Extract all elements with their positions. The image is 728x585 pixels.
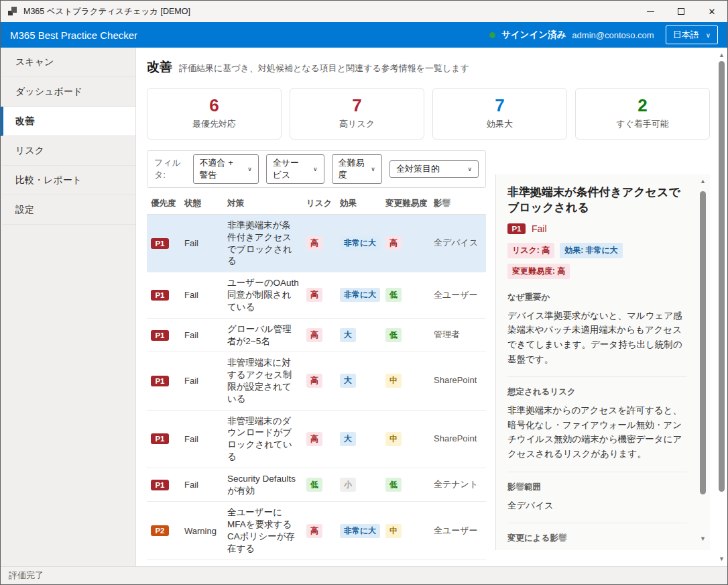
app-header: M365 Best Practice Checker サインイン済み admin…: [1, 22, 727, 48]
filter-select-service[interactable]: 全サービス ∨: [266, 154, 324, 184]
main-area: 改善 評価結果に基づき、対処候補となる項目と関連する参考情報を一覧します 6 最…: [136, 48, 727, 566]
maximize-button[interactable]: [666, 1, 696, 22]
risk-badge: 高: [306, 524, 322, 538]
risk-badge: 高: [306, 288, 322, 302]
scroll-up-icon[interactable]: ▲: [719, 50, 725, 60]
difficulty-badge: 低: [385, 478, 402, 492]
stat-label: 最優先対応: [147, 118, 281, 130]
column-header: 状態: [184, 198, 225, 209]
stat-card-high-impact: 7 効果大: [432, 88, 567, 140]
scrollbar-thumb[interactable]: [719, 61, 725, 492]
detail-section-heading: 影響範囲: [507, 482, 687, 493]
window-title: M365 ベストプラクティスチェッカ [DEMO]: [23, 6, 190, 17]
difficulty-badge: 中: [385, 374, 402, 388]
column-header: 効果: [340, 198, 383, 209]
page-subtitle: 評価結果に基づき、対処候補となる項目と関連する参考情報を一覧します: [179, 62, 469, 74]
summary-cards: 6 最優先対応 7 高リスク 7 効果大 2 すぐ着手可能: [147, 88, 710, 140]
sidebar: スキャンダッシュボード改善リスク比較・レポート設定: [1, 48, 136, 566]
difficulty-badge: 低: [385, 288, 402, 302]
risk-badge: 低: [306, 478, 322, 492]
difficulty-badge: 中: [385, 432, 402, 446]
column-header: 変更難易度: [385, 198, 431, 209]
sidebar-item-scan[interactable]: スキャン: [1, 48, 135, 77]
priority-badge: P1: [507, 223, 526, 234]
detail-section: 影響範囲 全デバイス: [507, 472, 687, 513]
action-cell: 管理者ロールにMFAを要求するCAポリシーが存在する: [227, 565, 304, 566]
app-window: M365 ベストプラクティスチェッカ [DEMO] ✕ M365 Best Pr…: [0, 0, 728, 585]
language-value: 日本語: [673, 29, 699, 41]
language-select[interactable]: 日本語 ∨: [666, 25, 718, 44]
detail-scrollbar[interactable]: ▲ ▼: [699, 176, 707, 543]
priority-badge: P1: [151, 330, 169, 341]
account-email: admin@contoso.com: [572, 30, 654, 40]
stat-value: 7: [290, 95, 424, 116]
main-scrollbar[interactable]: ▲ ▼: [717, 50, 727, 564]
scroll-down-icon[interactable]: ▼: [700, 534, 706, 543]
table-row[interactable]: P1 Fail Security Defaultsが有効 低 小 低 全テナント: [147, 468, 486, 502]
filter-select-value: 全サービス: [273, 157, 307, 181]
effect-badge: 非常に大: [340, 288, 380, 302]
titlebar: M365 ベストプラクティスチェッカ [DEMO] ✕: [1, 1, 727, 22]
detail-section-body: デバイス準拠要求がないと、マルウェア感染端末やパッチ未適用端末からもアクセスでき…: [507, 309, 687, 366]
filter-select-purpose[interactable]: 全対策目的 ∨: [389, 160, 479, 178]
filter-select-status[interactable]: 不適合 + 警告 ∨: [193, 154, 259, 184]
table-row[interactable]: P1 Fail 非準拠端末が条件付きアクセスでブロックされる 高 非常に大 高 …: [147, 215, 486, 272]
detail-section: 変更による影響 非準拠端末がアクセスブロックされる: [507, 523, 687, 550]
filter-select-difficulty[interactable]: 全難易度 ∨: [332, 154, 382, 184]
stat-value: 6: [147, 95, 281, 116]
detail-section-body: 全デバイス: [507, 498, 687, 513]
sidebar-item-risk[interactable]: リスク: [1, 136, 135, 166]
minimize-button[interactable]: [635, 1, 666, 22]
action-cell: 非管理端末に対するアクセス制限が設定されている: [227, 357, 304, 405]
stat-card-high-risk: 7 高リスク: [290, 88, 424, 140]
close-button[interactable]: ✕: [696, 1, 727, 22]
scroll-down-icon[interactable]: ▼: [719, 554, 725, 564]
table-row[interactable]: P1 Fail ユーザーのOAuth同意が制限されている 高 非常に大 低 全ユ…: [147, 272, 486, 318]
detail-title: 非準拠端末が条件付きアクセスでブロックされる: [507, 185, 687, 216]
scope-cell: SharePoint: [434, 375, 483, 386]
detail-section-heading: 変更による影響: [507, 533, 687, 544]
page-title: 改善: [147, 58, 172, 76]
table-row[interactable]: P1 Fail グローバル管理者が2~5名 高 大 低 管理者: [147, 319, 486, 353]
column-header: 影響: [434, 198, 483, 209]
status-cell: Fail: [184, 480, 225, 490]
scope-cell: SharePoint: [434, 433, 483, 445]
detail-section: なぜ重要か デバイス準拠要求がないと、マルウェア感染端末やパッチ未適用端末からも…: [507, 289, 687, 366]
app-icon: [7, 6, 18, 17]
difficulty-badge: 高: [385, 236, 402, 250]
findings-table: P1 Fail 非準拠端末が条件付きアクセスでブロックされる 高 非常に大 高 …: [147, 215, 486, 566]
priority-badge: P1: [151, 433, 169, 444]
priority-badge: P1: [151, 290, 169, 301]
effect-badge: 非常に大: [340, 524, 380, 538]
stat-card-top-priority: 6 最優先対応: [147, 88, 282, 140]
sidebar-item-improve[interactable]: 改善: [1, 107, 135, 136]
filter-select-value: 不適合 + 警告: [200, 157, 242, 181]
detail-meta-badge: 変更難易度: 高: [507, 264, 570, 279]
status-cell: Warning: [184, 526, 225, 536]
sidebar-item-settings[interactable]: 設定: [1, 195, 135, 225]
table-row[interactable]: P1 Fail 非管理端末のダウンロードがブロックされている 高 大 中 Sha…: [147, 411, 486, 468]
effect-badge: 大: [340, 374, 356, 388]
window-controls: ✕: [635, 1, 727, 22]
table-row[interactable]: P1 Fail 非管理端末に対するアクセス制限が設定されている 高 大 中 Sh…: [147, 352, 486, 410]
filter-select-value: 全難易度: [339, 157, 365, 181]
priority-badge: P1: [151, 238, 169, 249]
scroll-up-icon[interactable]: ▲: [700, 176, 706, 186]
sidebar-item-compare-report[interactable]: 比較・レポート: [1, 166, 135, 195]
table-row[interactable]: P2 Warning 管理者ロールにMFAを要求するCAポリシーが存在する 高 …: [147, 560, 486, 566]
detail-section-body: 非準拠端末がアクセスブロックされる: [507, 549, 687, 550]
detail-status-row: P1 Fail: [507, 223, 687, 234]
header-right: サインイン済み admin@contoso.com 日本語 ∨: [489, 25, 718, 44]
status-cell: Fail: [184, 238, 225, 248]
difficulty-badge: 低: [385, 328, 402, 342]
scrollbar-thumb[interactable]: [700, 191, 706, 494]
scope-cell: 全ユーザー: [434, 290, 483, 301]
app-brand-title: M365 Best Practice Checker: [10, 30, 137, 41]
priority-badge: P1: [151, 480, 169, 490]
detail-meta-badge: 効果: 非常に大: [560, 243, 623, 258]
chevron-down-icon: ∨: [371, 166, 375, 172]
filter-select-value: 全対策目的: [396, 163, 440, 175]
detail-section-body: 非準拠端末からのアクセスを許可すると、暗号化なし・ファイアウォール無効・アンチウ…: [507, 403, 687, 461]
table-row[interactable]: P2 Warning 全ユーザーにMFAを要求するCAポリシーが存在する 高 非…: [147, 502, 486, 560]
sidebar-item-dashboard[interactable]: ダッシュボード: [1, 77, 135, 107]
